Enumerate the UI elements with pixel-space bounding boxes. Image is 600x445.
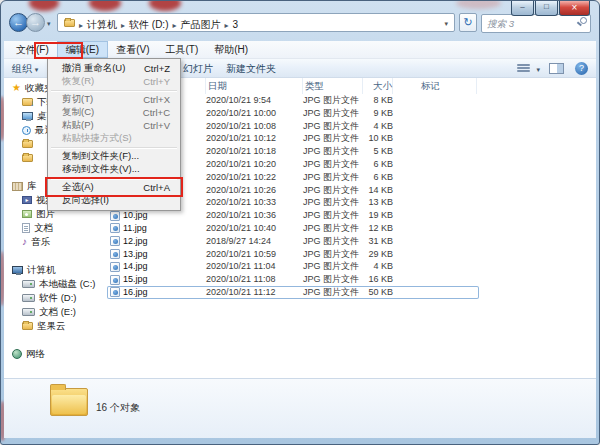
table-row[interactable]: 13.jpg2020/10/21 10:59JPG 图片文件29 KB <box>107 248 479 261</box>
menu-separator <box>48 88 180 93</box>
forward-button[interactable]: → <box>26 13 45 32</box>
table-row[interactable]: 12.jpg2018/9/27 14:24JPG 图片文件31 KB <box>107 235 479 248</box>
sidebar-item-label: 文档 (E:) <box>39 306 76 319</box>
jpg-file-icon <box>110 287 120 297</box>
file-name-cell: 14.jpg <box>107 260 206 273</box>
item-count-label: 16 个对象 <box>96 401 140 415</box>
jpg-file-icon <box>110 275 120 285</box>
jpg-file-icon <box>110 223 120 233</box>
minimize-button[interactable]: – <box>511 1 534 16</box>
music-icon: ♪ <box>22 237 27 247</box>
edit-menu-item[interactable]: 恢复(R)Ctrl+Y <box>48 75 180 88</box>
edit-menu-item[interactable]: 撤消 重命名(U)Ctrl+Z <box>48 62 180 75</box>
file-date-cell: 2018/9/27 14:24 <box>206 235 303 248</box>
maximize-button[interactable]: □ <box>535 1 558 16</box>
edit-menu-item[interactable]: 粘贴(P)Ctrl+V <box>48 119 180 132</box>
file-date-cell: 2020/10/21 10:36 <box>206 209 303 222</box>
clock-icon <box>22 126 31 135</box>
edit-menu-item[interactable]: 粘贴快捷方式(S) <box>48 132 180 145</box>
breadcrumb-separator-icon: ▸ <box>224 21 230 30</box>
jpg-file-icon <box>110 236 120 246</box>
menubar-item-2[interactable]: 查看(V) <box>108 41 157 58</box>
sidebar-item[interactable]: 坚果云 <box>4 319 107 333</box>
column-header-size[interactable]: 大小 <box>363 78 393 94</box>
edit-menu-item-label: 粘贴(P) <box>62 119 143 132</box>
breadcrumb-item[interactable]: 3 <box>230 19 242 30</box>
edit-menu-item-shortcut: Ctrl+C <box>143 107 170 118</box>
column-header-tags[interactable]: 标记 <box>393 78 477 94</box>
new-folder-button[interactable]: 新建文件夹 <box>226 62 276 76</box>
edit-menu-item-label: 粘贴快捷方式(S) <box>62 132 170 145</box>
close-button[interactable]: × <box>559 1 590 16</box>
sidebar-item-label: 网络 <box>26 348 45 361</box>
file-name: 13.jpg <box>123 248 148 261</box>
preview-pane-icon[interactable] <box>549 63 564 74</box>
menubar-item-4[interactable]: 帮助(H) <box>206 41 256 58</box>
glass-bleed-decor <box>456 0 501 9</box>
file-date-cell: 2020/10/21 9:54 <box>206 94 303 107</box>
sidebar-item[interactable]: 网络 <box>4 347 107 361</box>
table-row[interactable]: 11.jpg2020/10/21 10:40JPG 图片文件12 KB <box>107 222 479 235</box>
views-dropdown-icon[interactable]: ▾ <box>536 66 540 74</box>
organize-button[interactable]: 组织 ▾ <box>12 62 38 76</box>
jpg-file-icon <box>110 249 120 259</box>
edit-menu-item[interactable]: 复制到文件夹(F)... <box>48 150 180 163</box>
column-header-type[interactable]: 类型 <box>303 78 363 94</box>
sidebar-item[interactable]: 文档 (E:) <box>4 305 107 319</box>
file-type-cell: JPG 图片文件 <box>303 158 363 171</box>
window-controls: – □ × <box>510 1 590 16</box>
file-type-cell: JPG 图片文件 <box>303 286 363 299</box>
sidebar-group: 网络 <box>4 347 107 361</box>
sidebar-item[interactable]: 文档 <box>4 221 107 235</box>
refresh-button[interactable]: ↻ <box>459 13 477 32</box>
breadcrumb-item[interactable]: 产品图片 <box>178 19 224 30</box>
edit-menu-item-shortcut: Ctrl+V <box>143 120 170 131</box>
sidebar-item[interactable]: 本地磁盘 (C:) <box>4 277 107 291</box>
edit-menu-item[interactable]: 移动到文件夹(V)... <box>48 163 180 176</box>
sidebar-item-label: 本地磁盘 (C:) <box>39 278 95 291</box>
file-size-cell: 14 KB <box>363 184 393 197</box>
file-name: 10.jpg <box>123 209 148 222</box>
file-size-cell: 8 KB <box>363 94 393 107</box>
file-date-cell: 2020/10/21 10:40 <box>206 222 303 235</box>
file-size-cell: 10 KB <box>363 132 393 145</box>
breadcrumb-item[interactable]: 软件 (D:) <box>126 19 171 30</box>
videos-icon: ▸ <box>22 196 32 204</box>
search-input[interactable] <box>481 14 591 33</box>
edit-menu-item-label: 移动到文件夹(V)... <box>62 163 170 176</box>
sidebar-item[interactable]: 计算机 <box>4 263 107 277</box>
column-header-date[interactable]: 日期 <box>206 78 303 94</box>
file-name: 12.jpg <box>123 235 148 248</box>
glass-bleed-decor <box>149 0 181 11</box>
menubar-item-3[interactable]: 工具(T) <box>157 41 206 58</box>
file-name-cell: 11.jpg <box>107 222 206 235</box>
address-bar[interactable]: ▸计算机▸软件 (D:)▸产品图片▸3 ▾ <box>57 13 455 32</box>
breadcrumb: ▸计算机▸软件 (D:)▸产品图片▸3 <box>78 14 241 32</box>
slideshow-button[interactable]: 幻灯片 <box>183 62 213 76</box>
history-dropdown-icon[interactable]: ▾ <box>47 20 51 28</box>
file-name: 11.jpg <box>123 222 147 235</box>
address-dropdown-icon[interactable]: ▾ <box>444 20 448 28</box>
file-name-cell: 13.jpg <box>107 248 206 261</box>
breadcrumb-item[interactable]: 计算机 <box>84 19 120 30</box>
sidebar-item[interactable]: ♪音乐 <box>4 235 107 249</box>
sidebar-item[interactable]: 软件 (D:) <box>4 291 107 305</box>
breadcrumb-separator-icon: ▸ <box>171 21 177 30</box>
edit-menu-item[interactable]: 剪切(T)Ctrl+X <box>48 93 180 106</box>
table-row[interactable]: 15.jpg2020/10/21 11:08JPG 图片文件16 KB <box>107 273 479 286</box>
file-size-cell: 12 KB <box>363 222 393 235</box>
views-icon[interactable] <box>517 64 530 74</box>
network-icon <box>12 349 22 359</box>
file-name-cell: 10.jpg <box>107 209 206 222</box>
edit-menu-item-label: 恢复(R) <box>62 75 143 88</box>
jpg-file-icon <box>110 211 120 221</box>
file-type-cell: JPG 图片文件 <box>303 222 363 235</box>
table-row[interactable]: 14.jpg2020/10/21 11:04JPG 图片文件4 KB <box>107 260 479 273</box>
table-row[interactable]: 10.jpg2020/10/21 10:36JPG 图片文件19 KB <box>107 209 479 222</box>
table-row[interactable]: 16.jpg2020/10/21 11:12JPG 图片文件50 KB <box>107 286 479 299</box>
file-date-cell: 2020/10/21 10:08 <box>206 120 303 133</box>
address-folder-icon <box>64 19 75 27</box>
file-date-cell: 2020/10/21 10:59 <box>206 248 303 261</box>
edit-menu-item[interactable]: 复制(C)Ctrl+C <box>48 106 180 119</box>
help-icon[interactable]: ? <box>575 62 588 75</box>
